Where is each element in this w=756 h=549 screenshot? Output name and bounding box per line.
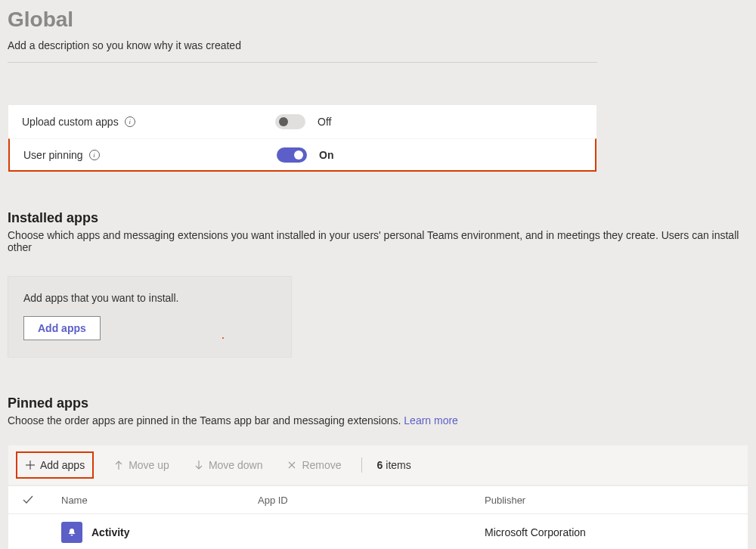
upload-custom-apps-toggle[interactable] [275,114,305,129]
pinned-apps-desc-text: Choose the order apps are pinned in the … [8,414,404,426]
installed-apps-heading: Installed apps [8,210,748,226]
user-pinning-row: User pinning i On [8,138,596,172]
move-down-label: Move down [209,459,263,471]
user-pinning-toggle[interactable] [277,147,307,163]
plus-icon [25,460,36,470]
toolbar-divider [361,458,362,473]
upload-custom-apps-state: Off [318,116,331,128]
installed-apps-desc: Choose which apps and messaging extensio… [8,229,748,253]
table-row[interactable]: Activity Microsoft Corporation [8,514,748,549]
decorative-dot [222,337,224,339]
checkmark-icon[interactable] [22,494,34,506]
toolbar-add-apps-label: Add apps [40,459,85,471]
pinned-apps-desc: Choose the order apps are pinned in the … [8,414,748,426]
remove-label: Remove [302,459,341,471]
page-title: Global [8,8,748,32]
publisher-cell: Microsoft Corporation [485,526,734,538]
upload-custom-apps-row: Upload custom apps i Off [8,105,596,138]
page-description: Add a description so you know why it was… [8,39,597,63]
bell-icon [61,522,82,543]
table-header: Name App ID Publisher [8,486,748,514]
learn-more-link[interactable]: Learn more [404,414,458,426]
move-up-label: Move up [129,459,169,471]
upload-custom-apps-label: Upload custom apps [22,116,119,128]
settings-panel: Upload custom apps i Off User pinning i … [8,104,597,172]
info-icon[interactable]: i [125,116,135,127]
add-apps-button[interactable]: Add apps [23,316,101,340]
header-app-id[interactable]: App ID [258,495,485,506]
pinned-apps-table: Name App ID Publisher Activity Microsoft… [8,485,748,549]
install-card-text: Add apps that you want to install. [23,292,276,304]
arrow-up-icon [113,460,124,470]
pinned-apps-toolbar: Add apps Move up Move down Remove 6 item… [8,445,748,485]
arrow-down-icon [194,460,204,470]
pinned-apps-heading: Pinned apps [8,395,748,411]
toolbar-add-apps-button[interactable]: Add apps [16,451,94,479]
user-pinning-label: User pinning [23,149,83,161]
move-up-button: Move up [109,456,174,474]
x-icon [287,460,297,470]
remove-button: Remove [282,456,345,474]
header-name[interactable]: Name [61,495,258,506]
item-count: 6 items [377,459,411,471]
move-down-button: Move down [189,456,268,474]
app-name: Activity [91,526,130,538]
user-pinning-state: On [319,149,333,161]
header-publisher[interactable]: Publisher [485,495,734,506]
install-apps-card: Add apps that you want to install. Add a… [8,276,292,358]
info-icon[interactable]: i [89,150,100,160]
